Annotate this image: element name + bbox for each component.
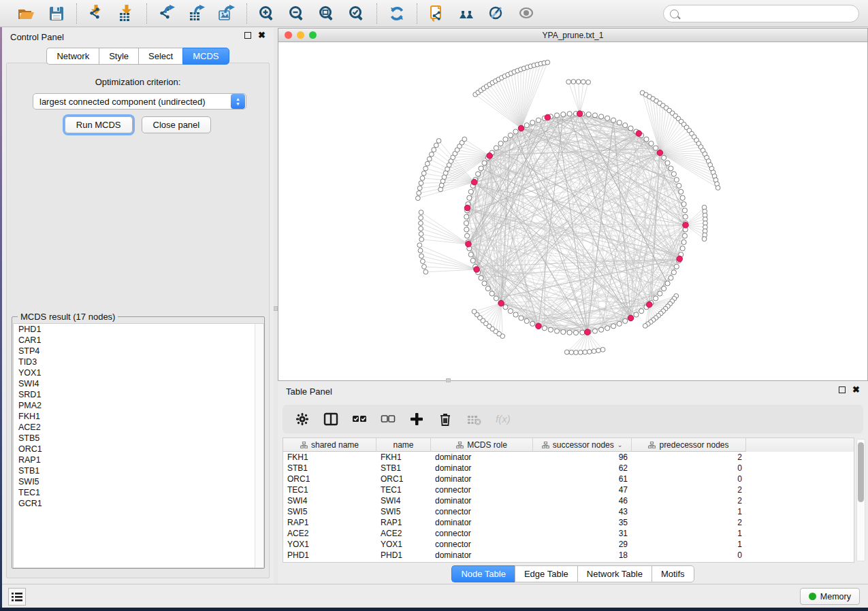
graph-leaf-node[interactable] xyxy=(586,80,591,84)
save-button[interactable] xyxy=(46,3,67,24)
first-neighbors-button[interactable] xyxy=(457,3,477,24)
graph-node[interactable] xyxy=(611,118,615,122)
table-row[interactable]: YOX1YOX1connector291 xyxy=(283,539,854,550)
graph-node[interactable] xyxy=(464,233,469,238)
graph-hub-node[interactable] xyxy=(498,300,504,306)
mcds-result-item[interactable]: STB5 xyxy=(14,433,263,444)
graph-node[interactable] xyxy=(554,113,559,118)
graph-node[interactable] xyxy=(482,281,487,286)
graph-node[interactable] xyxy=(508,133,513,137)
graph-node[interactable] xyxy=(665,161,670,165)
graph-node[interactable] xyxy=(524,123,529,128)
zoom-selected-button[interactable] xyxy=(347,3,367,24)
graphics-details-button[interactable] xyxy=(487,3,507,24)
graph-node[interactable] xyxy=(567,112,572,116)
graph-leaf-node[interactable] xyxy=(415,196,420,201)
mcds-list-scrollbar[interactable] xyxy=(255,324,263,567)
close-table-panel-icon[interactable]: ✖ xyxy=(852,386,860,393)
mcds-result-item[interactable]: PMA2 xyxy=(14,400,263,411)
graph-hub-node[interactable] xyxy=(628,315,634,321)
graph-node[interactable] xyxy=(654,296,658,301)
graph-leaf-node[interactable] xyxy=(417,186,422,191)
mcds-result-item[interactable]: SWI4 xyxy=(14,378,263,389)
graph-node[interactable] xyxy=(662,155,666,160)
column-header-shared-name[interactable]: shared name xyxy=(283,438,376,452)
graph-leaf-node[interactable] xyxy=(420,259,425,264)
settings-gear-button[interactable] xyxy=(293,410,311,428)
table-row[interactable]: FKH1FKH1dominator962 xyxy=(283,452,854,463)
window-minimize-icon[interactable] xyxy=(297,31,304,39)
graph-leaf-node[interactable] xyxy=(417,191,421,195)
table-row[interactable]: STB1STB1dominator620 xyxy=(283,463,854,474)
graph-leaf-node[interactable] xyxy=(434,143,438,148)
graph-node[interactable] xyxy=(683,214,688,219)
export-network-button[interactable] xyxy=(157,3,177,24)
new-network-from-selection-button[interactable] xyxy=(427,3,447,24)
graph-leaf-node[interactable] xyxy=(419,254,424,259)
graph-node[interactable] xyxy=(617,321,622,326)
graph-leaf-node[interactable] xyxy=(545,60,550,65)
graph-leaf-node[interactable] xyxy=(462,137,467,142)
mcds-result-item[interactable]: PHD1 xyxy=(14,324,263,335)
graph-node[interactable] xyxy=(503,305,508,310)
graph-leaf-node[interactable] xyxy=(592,349,596,354)
graph-hub-node[interactable] xyxy=(474,267,480,273)
graph-leaf-node[interactable] xyxy=(566,80,571,84)
table-row[interactable]: SWI5SWI5connector431 xyxy=(283,506,854,517)
graph-node[interactable] xyxy=(611,324,615,329)
graph-node[interactable] xyxy=(669,276,673,280)
table-row[interactable]: PHD1PHD1dominator180 xyxy=(283,550,854,561)
table-scrollbar[interactable] xyxy=(856,439,865,561)
graph-node[interactable] xyxy=(658,291,662,296)
graph-node[interactable] xyxy=(671,171,676,176)
graph-node[interactable] xyxy=(464,227,469,232)
graph-node[interactable] xyxy=(476,171,481,176)
import-table-button[interactable] xyxy=(116,3,137,24)
mcds-result-item[interactable]: TID3 xyxy=(14,357,263,367)
graph-node[interactable] xyxy=(634,312,639,317)
graph-node[interactable] xyxy=(573,330,578,335)
graph-leaf-node[interactable] xyxy=(583,350,588,354)
graph-node[interactable] xyxy=(654,146,658,150)
graph-node[interactable] xyxy=(674,178,679,182)
graph-node[interactable] xyxy=(586,112,591,116)
graph-node[interactable] xyxy=(498,141,503,146)
close-panel-button[interactable]: Close panel xyxy=(142,116,212,133)
export-image-button[interactable] xyxy=(216,3,237,24)
graph-leaf-node[interactable] xyxy=(436,139,441,144)
graph-node[interactable] xyxy=(468,189,473,194)
show-hide-button[interactable] xyxy=(517,3,537,24)
graph-leaf-node[interactable] xyxy=(432,148,436,152)
graph-node[interactable] xyxy=(513,129,518,134)
graph-leaf-node[interactable] xyxy=(581,80,585,84)
graph-leaf-node[interactable] xyxy=(564,350,569,354)
window-maximize-icon[interactable] xyxy=(309,31,317,39)
tab-motifs[interactable]: Motifs xyxy=(652,565,694,582)
mcds-result-item[interactable]: GCR1 xyxy=(14,498,263,509)
table-row[interactable]: SWI4SWI4dominator462 xyxy=(283,495,854,506)
column-header-name[interactable]: name xyxy=(376,438,431,452)
graph-node[interactable] xyxy=(679,189,684,194)
select-all-button[interactable] xyxy=(351,410,368,428)
tab-select[interactable]: Select xyxy=(138,48,182,65)
graph-node[interactable] xyxy=(681,240,686,244)
import-network-button[interactable] xyxy=(86,3,107,24)
table-row[interactable]: RAP1RAP1dominator352 xyxy=(283,517,854,528)
graph-node[interactable] xyxy=(680,195,685,200)
graph-leaf-node[interactable] xyxy=(571,80,576,84)
graph-leaf-node[interactable] xyxy=(576,80,581,84)
graph-node[interactable] xyxy=(519,316,524,320)
mcds-result-item[interactable]: STP4 xyxy=(14,346,263,357)
column-header-predecessor-nodes[interactable]: predecessor nodes xyxy=(632,438,746,452)
graph-leaf-node[interactable] xyxy=(419,181,423,186)
graph-leaf-node[interactable] xyxy=(419,232,423,237)
graph-hub-node[interactable] xyxy=(657,150,663,156)
graph-leaf-node[interactable] xyxy=(417,243,422,248)
column-header-successor-nodes[interactable]: successor nodes⌄ xyxy=(533,438,632,452)
zoom-fit-button[interactable] xyxy=(317,3,337,24)
graph-node[interactable] xyxy=(485,286,490,291)
graph-node[interactable] xyxy=(530,120,535,125)
graph-node[interactable] xyxy=(644,137,649,142)
graph-leaf-node[interactable] xyxy=(423,269,428,274)
graph-node[interactable] xyxy=(513,312,518,317)
